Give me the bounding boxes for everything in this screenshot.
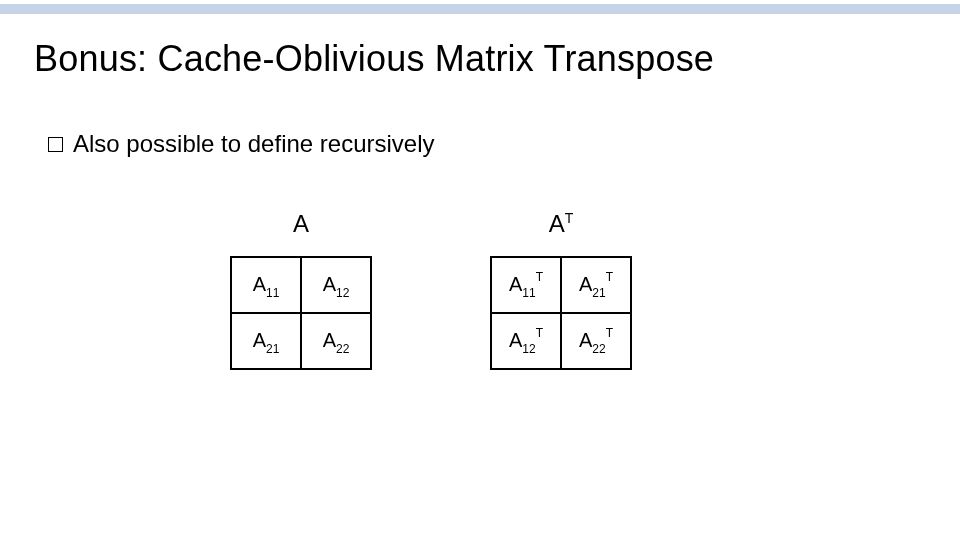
matrix-AT-block: AT A11T A21T A12T A22T (490, 210, 632, 370)
matrix-A-cell-22: A22 (301, 313, 371, 369)
matrix-A-cell-12: A12 (301, 257, 371, 313)
matrix-AT-label-base: A (549, 210, 565, 237)
matrix-A-cell-21: A21 (231, 313, 301, 369)
cell-base: A (323, 272, 336, 294)
matrix-A-grid: A11 A12 A21 A22 (230, 256, 372, 370)
cell-sub: 22 (336, 342, 349, 356)
cell-sub: 12 (336, 286, 349, 300)
cell-base: A (323, 328, 336, 350)
square-bullet-icon (48, 137, 63, 152)
cell-sub: 11 (522, 286, 535, 300)
cell-base: A (253, 328, 266, 350)
cell-base: A (509, 328, 522, 350)
slide-title: Bonus: Cache-Oblivious Matrix Transpose (34, 38, 714, 80)
matrix-AT-label: AT (490, 210, 632, 238)
bullet-text: Also possible to define recursively (73, 130, 435, 158)
cell-sub: 12 (522, 342, 535, 356)
cell-sub: 22 (592, 342, 605, 356)
cell-sub: 21 (266, 342, 279, 356)
matrix-AT-cell-11: A11T (491, 257, 561, 313)
matrix-A-label-base: A (293, 210, 309, 237)
top-accent-bar (0, 4, 960, 14)
matrix-A-label: A (230, 210, 372, 238)
cell-base: A (253, 272, 266, 294)
bullet-item: Also possible to define recursively (48, 130, 435, 158)
cell-sub: 11 (266, 286, 279, 300)
slide: Bonus: Cache-Oblivious Matrix Transpose … (0, 0, 960, 540)
matrix-AT-label-sup: T (565, 210, 574, 226)
matrix-AT-grid: A11T A21T A12T A22T (490, 256, 632, 370)
cell-sup: T (536, 270, 543, 284)
cell-base: A (579, 328, 592, 350)
matrix-A-block: A A11 A12 A21 A22 (230, 210, 372, 370)
matrix-AT-cell-12: A21T (561, 257, 631, 313)
cell-base: A (509, 272, 522, 294)
matrix-A-cell-11: A11 (231, 257, 301, 313)
cell-sup: T (606, 326, 613, 340)
cell-base: A (579, 272, 592, 294)
cell-sup: T (536, 326, 543, 340)
matrix-AT-cell-21: A12T (491, 313, 561, 369)
cell-sup: T (606, 270, 613, 284)
cell-sub: 21 (592, 286, 605, 300)
matrix-AT-cell-22: A22T (561, 313, 631, 369)
